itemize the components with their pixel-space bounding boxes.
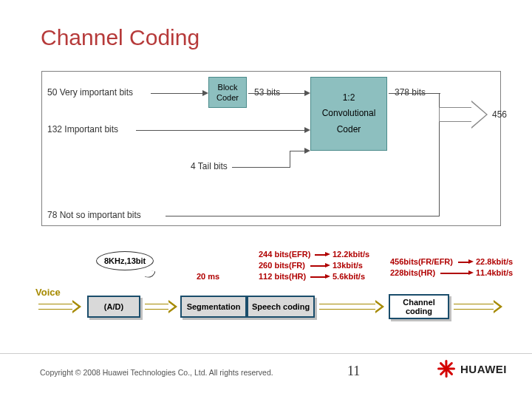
- voice-flow-diagram: Voice 8KHz,13bit 20 ms 244 bits(EFR) 12.…: [35, 251, 508, 340]
- red-arrow: [458, 262, 468, 263]
- page-number: 11: [347, 364, 360, 379]
- flow-arrow: [319, 304, 375, 310]
- sampling-bubble: 8KHz,13bit: [96, 251, 154, 270]
- segmentation-time: 20 ms: [197, 272, 219, 281]
- arrowhead-icon: [468, 270, 474, 275]
- speech-coding-block: Speech coding: [247, 296, 315, 318]
- arrowhead-icon: [72, 300, 81, 313]
- arrow-132-to-conv: [136, 130, 306, 131]
- label-50-bits: 50 Very important bits: [47, 87, 133, 98]
- segmentation-block: Segmentation: [180, 296, 247, 318]
- arrow-tail-h: [232, 167, 290, 168]
- label-378-bits: 378 bits: [395, 87, 426, 98]
- convolutional-coder: 1:2 Convolutional Coder: [310, 77, 387, 151]
- arrow-conv-out: [389, 93, 440, 94]
- channel-coding-block: Channel coding: [389, 294, 449, 319]
- slide-title: Channel Coding: [41, 25, 200, 50]
- ad-label: (A/D): [104, 302, 123, 311]
- bubble-text: 8KHz,13bit: [104, 256, 146, 265]
- arrowhead-icon: [375, 300, 384, 313]
- red-arrow: [310, 265, 325, 267]
- chc-label: Channel coding: [390, 298, 448, 316]
- bubble-tail-icon: [145, 270, 156, 278]
- red-arrow: [310, 276, 325, 278]
- arrowhead-icon: [468, 259, 474, 264]
- block-coder-label: Block Coder: [209, 82, 246, 103]
- arrowhead-icon: [168, 300, 177, 313]
- arrowhead-icon: [494, 300, 502, 313]
- arrow-tail-v: [290, 151, 290, 168]
- label-53-bits: 53 bits: [254, 87, 280, 98]
- conv-ratio: 1:2: [343, 92, 355, 104]
- voice-label: Voice: [35, 287, 61, 298]
- arrow-block-to-conv: [248, 93, 306, 94]
- label-132-bits: 132 Important bits: [47, 124, 118, 134]
- arrowhead-icon: [325, 263, 330, 267]
- flow-arrow: [38, 304, 72, 310]
- chan-hr-bits: 228bits(HR): [390, 268, 435, 277]
- arrowhead-icon: [304, 148, 310, 154]
- speech-efr-rate: 12.2kbit/s: [332, 250, 369, 259]
- red-arrow: [440, 273, 468, 274]
- red-arrow: [315, 254, 325, 256]
- speech-fr-rate: 13kbit/s: [332, 261, 363, 270]
- arrowhead-icon: [304, 90, 310, 96]
- spc-label: Speech coding: [252, 302, 310, 311]
- ad-converter-block: (A/D): [87, 296, 140, 318]
- chan-frefr-rate: 22.8kbit/s: [476, 257, 513, 266]
- block-coder: Block Coder: [208, 77, 247, 108]
- conv-word1: Convolutional: [322, 108, 376, 120]
- speech-fr-bits: 260 bits(FR): [259, 261, 305, 270]
- chan-frefr-bits: 456bits(FR/EFR): [390, 257, 453, 266]
- flow-arrow: [145, 304, 168, 310]
- arrowhead-icon: [325, 274, 330, 279]
- footer-divider: [0, 353, 532, 354]
- slide: Channel Coding 50 Very important bits Bl…: [0, 0, 532, 399]
- arrow-78-h: [166, 216, 439, 216]
- huawei-logo: HUAWEI: [437, 359, 507, 378]
- arrow-tail-h2: [290, 151, 306, 151]
- arrowhead-icon: [202, 90, 208, 96]
- seg-label: Segmentation: [187, 302, 241, 311]
- huawei-wordmark: HUAWEI: [460, 363, 507, 375]
- arrow-50-to-block: [151, 93, 204, 94]
- label-78-bits: 78 Not so important bits: [47, 210, 141, 220]
- chan-hr-rate: 11.4kbit/s: [476, 268, 513, 277]
- label-tail-bits: 4 Tail bits: [191, 161, 228, 171]
- channel-coding-diagram: 50 Very important bits Block Coder 53 bi…: [40, 71, 492, 229]
- label-456: 456: [492, 109, 507, 120]
- arrowhead-icon: [304, 127, 310, 133]
- huawei-flower-icon: [437, 359, 456, 378]
- arrowhead-icon: [325, 252, 330, 256]
- flow-arrow: [454, 304, 494, 310]
- speech-efr-bits: 244 bits(EFR): [259, 250, 310, 259]
- speech-hr-bits: 112 bits(HR): [259, 272, 306, 281]
- conv-word2: Coder: [337, 124, 361, 136]
- output-arrow-head: [471, 102, 486, 127]
- output-arrow-body: [439, 107, 473, 122]
- speech-hr-rate: 5.6kbit/s: [332, 272, 365, 281]
- copyright-text: Copyright © 2008 Huawei Technologies Co.…: [40, 368, 273, 377]
